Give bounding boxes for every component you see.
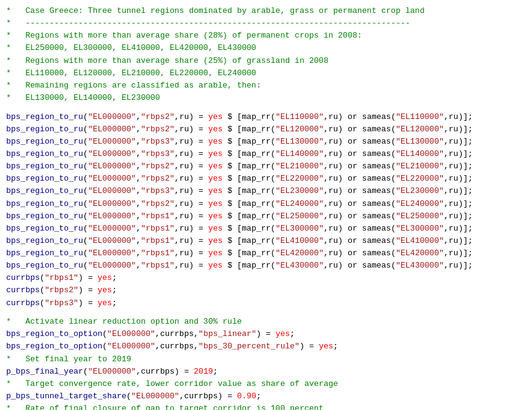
code-text: ( [83,224,88,233]
comment-text: * EL250000, EL300000, EL410000, EL420000… [6,43,256,52]
code-text: ,ru)]; [444,149,473,158]
code-text: ,ru) or sameas( [324,248,396,258]
code-text: ,ru) = [174,236,208,245]
keyword: yes [208,186,223,195]
string-literal: "bps_30_percent_rule" [198,342,300,351]
code-text: ,ru) = [174,174,208,183]
code-text: ,ru) or sameas( [324,211,396,221]
comment-text: * EL130000, EL140000, EL230000 [6,93,160,102]
string-literal: "EL410000" [396,236,444,245]
code-text: ,ru) or sameas( [324,236,396,245]
string-literal: "EL000000" [88,125,136,134]
code-text: ) = [78,273,97,282]
function-name: bps_region_to_ru [6,162,83,171]
keyword: yes [208,236,223,245]
function-name: bps_region_to_ru [6,236,83,245]
string-literal: "bps_linear" [198,329,256,338]
code-text: ( [83,367,88,376]
string-literal: "EL110000" [276,112,324,121]
code-line: currbps("rbps2") = yes; [6,284,526,297]
code-text: ; [334,342,338,351]
code-text: ,ru)]; [444,199,473,208]
function-name: p_bps_tunnel_target_share [6,392,126,401]
string-literal: "EL230000" [396,186,444,195]
code-line: * Regions with more than average share (… [6,55,526,67]
string-literal: "EL250000" [396,211,444,221]
code-text: ,ru) = [174,224,208,233]
string-literal: "EL410000" [276,236,324,245]
string-literal: "rbps1" [141,248,174,258]
code-line: * EL250000, EL300000, EL410000, EL420000… [6,42,526,54]
code-line: bps_region_to_ru("EL000000","rbps1",ru) … [6,210,526,223]
code-line [6,310,526,316]
string-literal: "EL000000" [88,186,136,195]
code-text: ( [83,112,88,121]
keyword: yes [208,149,223,158]
string-literal: "rbps2" [141,112,174,121]
keyword: yes [208,137,223,146]
function-name: bps_region_to_ru [6,186,83,195]
code-line: * Regions with more than average share (… [6,30,526,42]
function-name: bps_region_to_ru [6,125,83,134]
code-text: ,ru) or sameas( [324,224,396,233]
keyword: 0.90 [237,392,256,401]
code-line: * --------------------------------------… [6,17,526,30]
code-line: bps_region_to_ru("EL000000","rbps1",ru) … [6,260,526,272]
function-name: bps_region_to_option [6,342,102,351]
string-literal: "EL000000" [88,211,136,221]
code-text: ( [83,149,88,158]
code-line: bps_region_to_ru("EL000000","rbps2",ru) … [6,160,526,173]
code-line: bps_region_to_ru("EL000000","rbps2",ru) … [6,173,526,185]
code-text: ,ru) or sameas( [324,137,396,146]
code-text: ,ru)]; [444,174,473,183]
code-text: $ [map_rr( [223,112,276,121]
code-line: bps_region_to_ru("EL000000","rbps2",ru) … [6,123,526,136]
comment-text: * Regions with more than average share (… [6,31,362,40]
string-literal: "EL000000" [107,329,155,338]
code-text: $ [map_rr( [223,224,276,233]
string-literal: "EL000000" [88,367,136,376]
code-line: * Activate linear reduction option and 3… [6,316,526,328]
code-text: ,ru) or sameas( [324,162,396,171]
code-text: ,ru) or sameas( [324,149,396,158]
string-literal: "EL240000" [396,199,444,208]
code-text: ,ru)]; [444,261,473,270]
string-literal: "rbps3" [44,298,78,308]
function-name: bps_region_to_ru [6,211,83,221]
code-line: * Rate of final closure of gap to target… [6,403,526,410]
code-text: ; [213,367,218,376]
code-text: ,ru)]; [444,125,473,134]
code-text: ,ru) = [174,211,208,221]
code-text: ,ru) or sameas( [324,112,396,121]
string-literal: "rbps2" [141,174,174,183]
code-line: bps_region_to_ru("EL000000","rbps1",ru) … [6,247,526,260]
code-text: $ [map_rr( [223,261,276,270]
string-literal: "rbps1" [141,224,174,233]
string-literal: "rbps2" [141,162,174,171]
code-line: currbps("rbps1") = yes; [6,272,526,284]
code-text: ,currbps) = [136,367,194,376]
string-literal: "EL120000" [396,125,444,134]
code-text: ,ru)]; [444,112,473,121]
string-literal: "EL000000" [88,162,136,171]
function-name: bps_region_to_ru [6,248,83,258]
string-literal: "rbps3" [141,149,174,158]
code-text: ,ru) = [174,162,208,171]
comment-text: * Rate of final closure of gap to target… [6,404,324,410]
keyword: yes [319,342,333,351]
string-literal: "EL000000" [88,112,136,121]
code-line: p_bps_final_year("EL000000",currbps) = 2… [6,366,526,378]
code-text: $ [map_rr( [223,174,276,183]
code-line: bps_region_to_ru("EL000000","rbps3",ru) … [6,136,526,148]
string-literal: "EL430000" [276,261,324,270]
string-literal: "EL000000" [88,149,136,158]
code-text: ) = [78,285,97,295]
string-literal: "rbps3" [141,137,174,146]
string-literal: "EL220000" [396,174,444,183]
code-text: ( [126,392,131,401]
code-text: ,ru)]; [444,224,473,233]
code-text: $ [map_rr( [223,137,276,146]
code-text: ,ru)]; [444,248,473,258]
code-text: ) = [256,329,276,338]
keyword: yes [208,199,223,208]
